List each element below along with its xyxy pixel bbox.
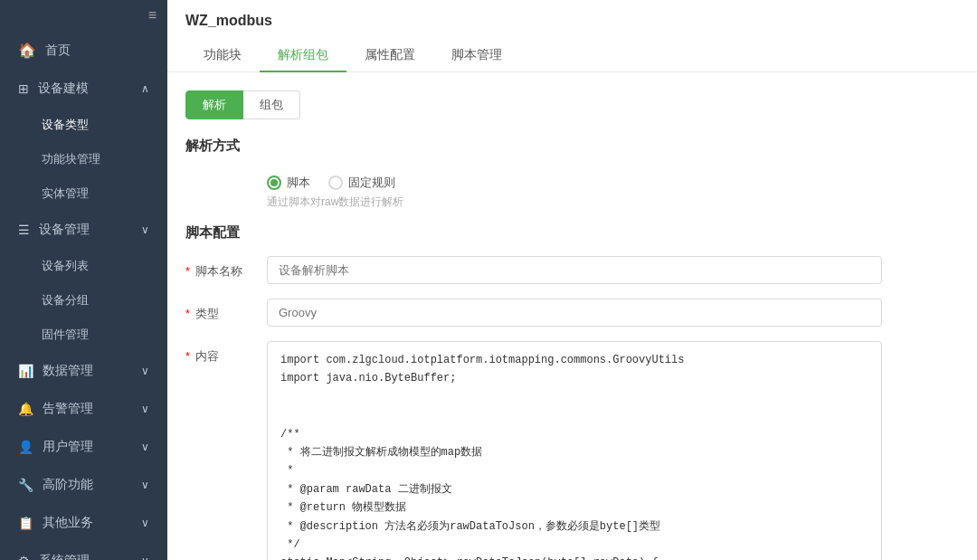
content-label: * 内容 bbox=[185, 341, 267, 365]
radio-script[interactable]: 脚本 bbox=[267, 175, 310, 191]
sys-icon: ⚙ bbox=[18, 554, 30, 560]
type-control bbox=[267, 299, 882, 327]
radio-fixed-rule-label: 固定规则 bbox=[348, 175, 395, 191]
script-name-input[interactable] bbox=[267, 256, 882, 284]
device-build-icon: ⊞ bbox=[18, 81, 29, 96]
sidebar-item-device-type-label: 设备类型 bbox=[42, 117, 89, 133]
parse-method-hint: 通过脚本对raw数据进行解析 bbox=[267, 195, 882, 210]
type-input[interactable] bbox=[267, 299, 882, 327]
script-name-label: * 脚本名称 bbox=[185, 256, 267, 280]
collapse-icon: ≡ bbox=[148, 7, 157, 24]
sidebar-item-device-list-label: 设备列表 bbox=[42, 258, 89, 274]
code-editor[interactable]: import com.zlgcloud.iotplatform.iotmappi… bbox=[267, 341, 882, 560]
chevron-right-icon-user: ∨ bbox=[141, 441, 149, 453]
content-label-text: 内容 bbox=[195, 349, 219, 363]
data-mgmt-icon: 📊 bbox=[18, 364, 33, 378]
sidebar-item-advanced[interactable]: 🔧 高阶功能 ∨ bbox=[0, 466, 167, 504]
device-mgmt-icon: ☰ bbox=[18, 223, 30, 237]
main-content: WZ_modbus 功能块 解析组包 属性配置 脚本管理 解析 组包 解析方式 … bbox=[167, 0, 977, 560]
chevron-right-icon-alarm: ∨ bbox=[141, 403, 149, 415]
sidebar-item-home[interactable]: 🏠 首页 bbox=[0, 31, 167, 70]
sidebar-item-device-type[interactable]: 设备类型 bbox=[0, 108, 167, 142]
radio-fixed-rule[interactable]: 固定规则 bbox=[328, 175, 395, 191]
type-label-text: 类型 bbox=[195, 307, 219, 320]
chevron-right-icon-sys: ∨ bbox=[141, 555, 149, 560]
page-title: WZ_modbus bbox=[185, 13, 959, 29]
required-mark-content: * bbox=[185, 349, 190, 363]
sidebar-item-device-list[interactable]: 设备列表 bbox=[0, 249, 167, 283]
sidebar-collapse-button[interactable]: ≡ bbox=[0, 0, 167, 31]
chevron-down-icon: ∨ bbox=[141, 223, 149, 236]
sidebar-item-user-mgmt[interactable]: 👤 用户管理 ∨ bbox=[0, 428, 167, 466]
script-config-title: 脚本配置 bbox=[185, 224, 959, 242]
sidebar-item-device-build[interactable]: ⊞ 设备建模 ∧ bbox=[0, 70, 167, 108]
sidebar-item-data-mgmt-label: 数据管理 bbox=[43, 363, 93, 379]
sidebar-item-device-group[interactable]: 设备分组 bbox=[0, 283, 167, 318]
sidebar-item-other-business[interactable]: 📋 其他业务 ∨ bbox=[0, 504, 167, 542]
sub-tab-bar: 解析 组包 bbox=[185, 90, 959, 119]
sidebar-item-entity-mgmt[interactable]: 实体管理 bbox=[0, 176, 167, 211]
sidebar-item-func-block-mgmt-label: 功能块管理 bbox=[42, 151, 100, 167]
chevron-up-icon: ∧ bbox=[141, 82, 149, 95]
sub-tab-pack[interactable]: 组包 bbox=[243, 90, 300, 119]
script-name-label-text: 脚本名称 bbox=[195, 264, 242, 278]
sub-tab-parse[interactable]: 解析 bbox=[185, 90, 243, 119]
radio-script-label: 脚本 bbox=[287, 175, 310, 191]
parse-method-label bbox=[185, 169, 267, 176]
advanced-icon: 🔧 bbox=[18, 478, 33, 492]
sidebar-item-func-block-mgmt[interactable]: 功能块管理 bbox=[0, 142, 167, 176]
sidebar: ≡ 🏠 首页 ⊞ 设备建模 ∧ 设备类型 功能块管理 实体管理 ☰ 设备管理 ∨… bbox=[0, 0, 167, 560]
content-area: 解析 组包 解析方式 脚本 固定规则 通过脚本对raw数据进行解析 bbox=[167, 72, 977, 560]
tab-parse-pkg[interactable]: 解析组包 bbox=[260, 40, 346, 72]
radio-group-parse-method: 脚本 固定规则 bbox=[267, 169, 882, 191]
sidebar-item-firmware-mgmt-label: 固件管理 bbox=[42, 327, 89, 343]
sidebar-item-alarm-mgmt-label: 告警管理 bbox=[43, 401, 93, 417]
required-mark-name: * bbox=[185, 264, 190, 278]
sidebar-item-device-mgmt-label: 设备管理 bbox=[39, 222, 90, 238]
parse-method-row: 脚本 固定规则 通过脚本对raw数据进行解析 bbox=[185, 169, 959, 210]
other-icon: 📋 bbox=[18, 516, 33, 530]
sidebar-item-home-label: 首页 bbox=[45, 43, 71, 59]
sidebar-item-device-group-label: 设备分组 bbox=[42, 292, 89, 308]
chevron-right-icon-other: ∨ bbox=[141, 517, 149, 529]
radio-fixed-rule-circle bbox=[328, 176, 343, 190]
script-name-control bbox=[267, 256, 882, 284]
type-label: * 类型 bbox=[185, 299, 267, 322]
sidebar-item-user-mgmt-label: 用户管理 bbox=[43, 439, 93, 455]
type-row: * 类型 bbox=[185, 299, 959, 327]
home-icon: 🏠 bbox=[18, 42, 36, 59]
tab-attr-config[interactable]: 属性配置 bbox=[346, 40, 433, 72]
script-name-row: * 脚本名称 bbox=[185, 256, 959, 284]
sidebar-item-data-mgmt[interactable]: 📊 数据管理 ∨ bbox=[0, 352, 167, 390]
radio-script-circle bbox=[267, 176, 281, 190]
sidebar-item-alarm-mgmt[interactable]: 🔔 告警管理 ∨ bbox=[0, 390, 167, 428]
tab-func-block[interactable]: 功能块 bbox=[185, 40, 260, 72]
chevron-right-icon-advanced: ∨ bbox=[141, 479, 149, 491]
sidebar-item-entity-mgmt-label: 实体管理 bbox=[42, 185, 89, 202]
content-control: import com.zlgcloud.iotplatform.iotmappi… bbox=[267, 341, 882, 560]
alarm-icon: 🔔 bbox=[18, 402, 33, 416]
sidebar-item-other-business-label: 其他业务 bbox=[43, 515, 93, 531]
sidebar-item-sys-mgmt[interactable]: ⚙ 系统管理 ∨ bbox=[0, 542, 167, 560]
parse-method-control: 脚本 固定规则 通过脚本对raw数据进行解析 bbox=[267, 169, 882, 210]
tab-bar: 功能块 解析组包 属性配置 脚本管理 bbox=[185, 40, 959, 71]
tab-script-mgmt[interactable]: 脚本管理 bbox=[433, 40, 520, 72]
required-mark-type: * bbox=[185, 307, 190, 320]
content-row: * 内容 import com.zlgcloud.iotplatform.iot… bbox=[185, 341, 959, 560]
sidebar-item-firmware-mgmt[interactable]: 固件管理 bbox=[0, 318, 167, 352]
sidebar-item-device-build-label: 设备建模 bbox=[38, 81, 89, 97]
chevron-right-icon-data: ∨ bbox=[141, 365, 149, 377]
user-icon: 👤 bbox=[18, 440, 33, 454]
sidebar-item-device-mgmt[interactable]: ☰ 设备管理 ∨ bbox=[0, 211, 167, 249]
sidebar-item-sys-mgmt-label: 系统管理 bbox=[39, 553, 90, 560]
page-header: WZ_modbus 功能块 解析组包 属性配置 脚本管理 bbox=[167, 0, 977, 72]
parse-method-title: 解析方式 bbox=[185, 138, 959, 155]
sidebar-item-advanced-label: 高阶功能 bbox=[43, 477, 93, 493]
